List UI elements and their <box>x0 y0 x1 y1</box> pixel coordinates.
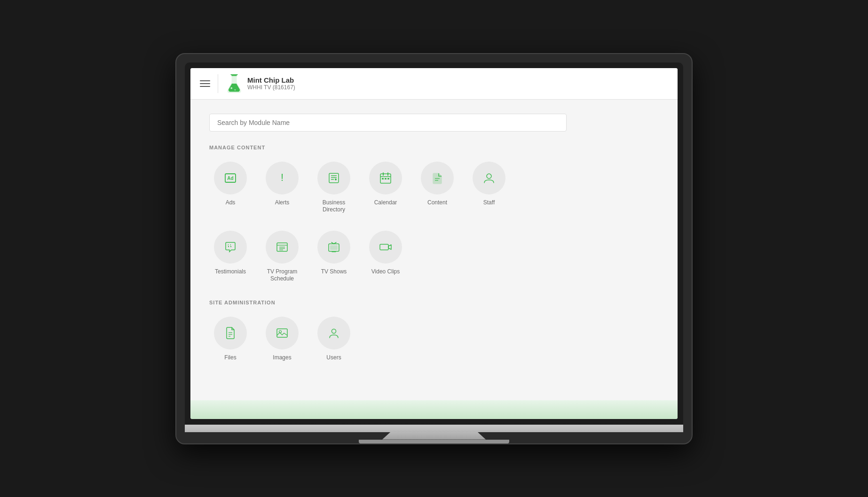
laptop-stand <box>382 432 486 440</box>
module-content[interactable]: Content <box>416 162 458 214</box>
search-container <box>209 114 659 132</box>
bottom-accent-bar <box>190 400 678 419</box>
module-ads-label: Ads <box>226 199 236 207</box>
module-video-clips[interactable]: Video Clips <box>364 231 407 283</box>
module-alerts[interactable]: ! Alerts <box>261 162 303 214</box>
svg-point-35 <box>279 330 282 333</box>
svg-rect-5 <box>329 173 339 183</box>
svg-point-1 <box>234 89 236 90</box>
laptop-base <box>185 425 683 432</box>
module-users-label: Users <box>326 354 341 362</box>
module-images-label: Images <box>273 354 291 362</box>
module-calendar-label: Calendar <box>374 199 397 207</box>
brand-subtitle: WHHI TV (816167) <box>247 84 295 91</box>
svg-rect-26 <box>330 245 338 250</box>
calendar-icon <box>379 171 392 185</box>
screen-bezel: Mint Chip Lab WHHI TV (816167) MANAGE CO… <box>185 62 683 425</box>
module-tv-shows-label: TV Shows <box>321 268 347 276</box>
svg-rect-34 <box>277 329 287 337</box>
tv-icon <box>327 241 340 254</box>
module-content-label: Content <box>427 199 447 207</box>
module-business-directory-circle <box>317 162 350 194</box>
svg-text:!: ! <box>281 171 284 183</box>
svg-rect-15 <box>385 178 387 179</box>
module-tv-program-schedule-circle <box>266 231 299 264</box>
module-business-directory[interactable]: Business Directory <box>313 162 355 214</box>
module-files-label: Files <box>224 354 236 362</box>
module-images[interactable]: Images <box>261 317 303 362</box>
module-video-clips-label: Video Clips <box>371 268 400 276</box>
svg-rect-16 <box>387 178 389 179</box>
module-alerts-circle: ! <box>266 162 299 194</box>
app-header: Mint Chip Lab WHHI TV (816167) <box>190 68 678 100</box>
svg-rect-30 <box>380 244 388 250</box>
testimonials-icon <box>224 241 237 254</box>
alerts-icon: ! <box>276 171 289 185</box>
manage-content-grid-row2: Testimonials <box>209 231 659 283</box>
module-staff-label: Staff <box>483 199 495 207</box>
ad-icon: Ad <box>224 171 237 185</box>
module-calendar[interactable]: Calendar <box>364 162 407 214</box>
module-testimonials-circle <box>214 231 247 264</box>
svg-text:Ad: Ad <box>227 176 233 181</box>
site-administration-section: SITE ADMINISTRATION <box>209 300 659 362</box>
site-admin-grid: Files Images <box>209 317 659 362</box>
module-testimonials[interactable]: Testimonials <box>209 231 252 283</box>
staff-icon <box>482 171 496 185</box>
module-files[interactable]: Files <box>209 317 252 362</box>
app-content: MANAGE CONTENT Ad Ads <box>190 100 678 400</box>
laptop-foot-container <box>185 440 683 443</box>
module-users-circle <box>317 317 350 349</box>
laptop-frame: Mint Chip Lab WHHI TV (816167) MANAGE CO… <box>175 53 693 444</box>
brand-logo: Mint Chip Lab WHHI TV (816167) <box>226 74 295 93</box>
video-icon <box>379 241 392 254</box>
schedule-icon <box>276 241 289 254</box>
images-icon <box>276 326 289 340</box>
module-staff-circle <box>473 162 505 194</box>
manage-content-grid: Ad Ads ! Alerts <box>209 162 659 214</box>
module-images-circle <box>266 317 299 349</box>
laptop-bottom <box>185 425 683 432</box>
module-tv-program-schedule[interactable]: TV Program Schedule <box>261 231 303 283</box>
module-users[interactable]: Users <box>313 317 355 362</box>
laptop-foot <box>359 440 509 443</box>
module-video-clips-circle <box>369 231 402 264</box>
brand-name: Mint Chip Lab <box>247 76 295 84</box>
hamburger-menu-button[interactable] <box>200 80 210 87</box>
manage-content-title: MANAGE CONTENT <box>209 145 659 150</box>
search-input[interactable] <box>209 114 567 132</box>
module-calendar-circle <box>369 162 402 194</box>
header-divider <box>218 74 218 93</box>
screen-content: Mint Chip Lab WHHI TV (816167) MANAGE CO… <box>190 68 678 419</box>
svg-rect-14 <box>382 178 384 179</box>
module-ads-circle: Ad <box>214 162 247 194</box>
directory-icon <box>327 171 340 185</box>
module-tv-shows[interactable]: TV Shows <box>313 231 355 283</box>
module-ads[interactable]: Ad Ads <box>209 162 252 214</box>
module-files-circle <box>214 317 247 349</box>
svg-point-36 <box>332 329 336 333</box>
manage-content-section: MANAGE CONTENT Ad Ads <box>209 145 659 283</box>
laptop-stand-container <box>185 432 683 440</box>
flask-icon <box>226 74 243 93</box>
module-tv-shows-circle <box>317 231 350 264</box>
site-admin-title: SITE ADMINISTRATION <box>209 300 659 305</box>
module-content-circle <box>421 162 454 194</box>
brand-text-block: Mint Chip Lab WHHI TV (816167) <box>247 76 295 91</box>
module-staff[interactable]: Staff <box>468 162 510 214</box>
svg-point-19 <box>487 174 491 179</box>
files-icon <box>224 326 237 340</box>
module-tv-program-schedule-label: TV Program Schedule <box>261 268 303 283</box>
svg-point-0 <box>230 87 232 89</box>
users-icon <box>327 326 340 340</box>
content-icon <box>431 171 444 185</box>
module-testimonials-label: Testimonials <box>215 268 246 276</box>
module-alerts-label: Alerts <box>275 199 290 207</box>
module-business-directory-label: Business Directory <box>313 199 355 214</box>
svg-point-9 <box>335 179 337 180</box>
